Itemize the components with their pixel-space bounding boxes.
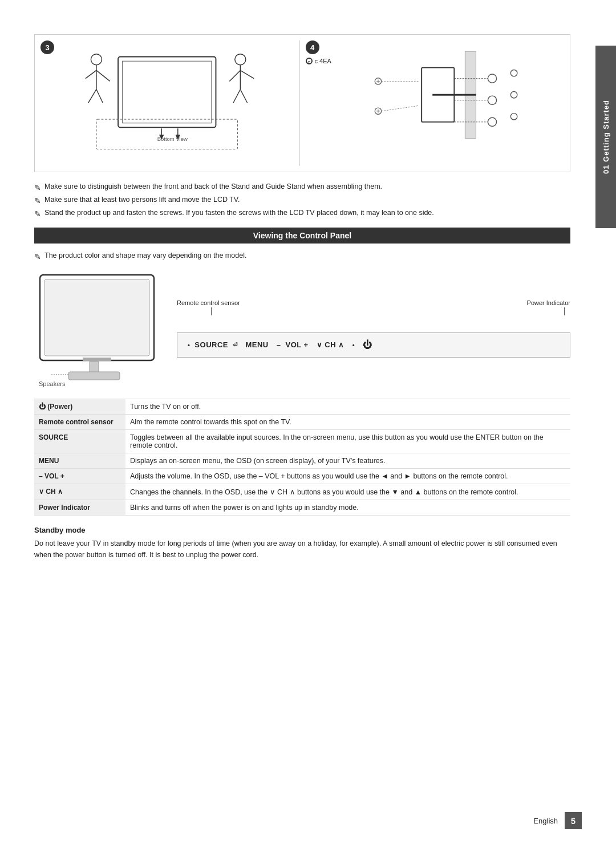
side-tab-label: 01 Getting Started [602, 100, 610, 174]
svg-rect-41 [90, 362, 99, 373]
svg-line-15 [240, 70, 254, 78]
svg-point-6 [91, 54, 102, 65]
language-label: English [533, 817, 558, 825]
table-cell-key: ∨ CH ∧ [34, 484, 125, 500]
control-table: ⏻ (Power)Turns the TV on or off.Remote c… [34, 399, 570, 516]
note-icon-2: ✎ [34, 196, 41, 205]
svg-rect-0 [118, 57, 216, 128]
table-row: SOURCEToggles between all the available … [34, 430, 570, 453]
table-cell-desc: Displays an on-screen menu, the OSD (on … [125, 453, 570, 469]
svg-line-11 [96, 90, 103, 103]
svg-point-21 [488, 96, 496, 104]
diagram-step3: 3 Bottom View [40, 40, 300, 166]
svg-point-23 [510, 70, 517, 76]
svg-line-37 [381, 106, 419, 111]
table-cell-desc: Turns the TV on or off. [125, 399, 570, 415]
table-row: – VOL +Adjusts the volume. In the OSD, u… [34, 469, 570, 484]
svg-point-24 [510, 92, 517, 98]
table-cell-desc: Blinks and turns off when the power is o… [125, 500, 570, 516]
page-number: 5 [565, 812, 582, 829]
svg-rect-1 [123, 61, 212, 123]
step3-circle: 3 [40, 40, 54, 54]
table-row: MENUDisplays an on-screen menu, the OSD … [34, 453, 570, 469]
table-cell-key: Remote control sensor [34, 415, 125, 430]
svg-point-25 [510, 113, 517, 120]
table-row: Remote control sensorAim the remote cont… [34, 415, 570, 430]
sensor-power-labels: Remote control sensor Power Indicator [177, 299, 570, 306]
svg-point-12 [235, 54, 246, 65]
page-footer: English 5 [34, 812, 582, 829]
table-cell-key: – VOL + [34, 469, 125, 484]
table-row: ⏻ (Power)Turns the TV on or off. [34, 399, 570, 415]
svg-line-9 [96, 70, 110, 81]
table-row: Power IndicatorBlinks and turns off when… [34, 500, 570, 516]
side-tab: 01 Getting Started [595, 46, 616, 228]
standby-text: Do not leave your TV in standby mode for… [34, 538, 570, 561]
tv-svg [34, 269, 165, 383]
remote-sensor-label: Remote control sensor [177, 299, 240, 306]
tv-illustration: Speakers [34, 269, 165, 387]
c-label: c 4EA [315, 58, 331, 64]
svg-line-16 [233, 90, 240, 103]
note-2: ✎ Make sure that at least two persons li… [34, 196, 570, 205]
control-panel-labels: Remote control sensor Power Indicator • … [177, 299, 570, 358]
table-cell-key: SOURCE [34, 430, 125, 453]
diagrams-area: 3 Bottom View [34, 34, 570, 172]
svg-line-10 [88, 90, 96, 103]
table-cell-desc: Changes the channels. In the OSD, use th… [125, 484, 570, 500]
note-3: ✎ Stand the product up and fasten the sc… [34, 209, 570, 218]
standby-title: Standby mode [34, 526, 570, 534]
buttons-strip: • SOURCE⏎ MENU – VOL + ∨ CH ∧ • ⏻ [177, 332, 570, 358]
svg-line-8 [86, 70, 96, 78]
table-cell-key: Power Indicator [34, 500, 125, 516]
table-cell-desc: Adjusts the volume. In the OSD, use the … [125, 469, 570, 484]
diagram-step4: 4 c c 4EA [306, 40, 565, 166]
section-title: Viewing the Control Panel [34, 228, 570, 244]
step4-circle: 4 [306, 40, 319, 54]
step4-illustration [311, 40, 565, 155]
table-cell-key: ⏻ (Power) [34, 399, 125, 415]
control-panel-area: Speakers Remote control sensor Power Ind… [34, 269, 570, 387]
note-1: ✎ Make sure to distinguish between the f… [34, 182, 570, 192]
product-note: ✎ The product color and shape may vary d… [34, 251, 570, 261]
svg-rect-40 [83, 358, 111, 361]
table-cell-desc: Aim the remote control towards this spot… [125, 415, 570, 430]
svg-line-14 [229, 70, 240, 81]
standby-section: Standby mode Do not leave your TV in sta… [34, 526, 570, 561]
svg-rect-39 [44, 279, 149, 356]
table-cell-desc: Toggles between all the available input … [125, 430, 570, 453]
note-icon-3: ✎ [34, 209, 41, 218]
svg-rect-42 [68, 372, 120, 380]
note-icon-1: ✎ [34, 183, 41, 192]
power-indicator-label: Power Indicator [527, 299, 570, 306]
svg-point-20 [488, 74, 496, 83]
product-note-icon: ✎ [34, 252, 41, 261]
step3-illustration: Bottom View [40, 40, 294, 155]
assembly-notes: ✎ Make sure to distinguish between the f… [34, 182, 570, 218]
svg-point-22 [488, 117, 496, 126]
svg-line-17 [240, 90, 247, 103]
table-row: ∨ CH ∧Changes the channels. In the OSD, … [34, 484, 570, 500]
table-cell-key: MENU [34, 453, 125, 469]
